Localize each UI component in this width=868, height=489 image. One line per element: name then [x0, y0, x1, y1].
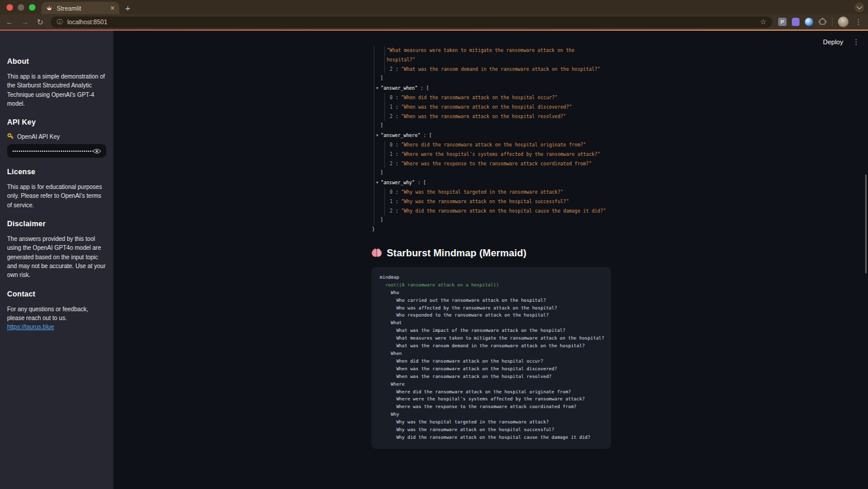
- profile-avatar[interactable]: [838, 17, 849, 27]
- json-string: "Why was the hospital targeted in the ra…: [401, 190, 563, 195]
- close-window-button[interactable]: [6, 4, 13, 11]
- sidebar-section-contact: Contact For any questions or feedback, p…: [7, 290, 106, 332]
- json-string: "What measures were taken to mitigate th…: [387, 48, 575, 53]
- zoom-window-button[interactable]: [29, 4, 35, 11]
- json-object-body: "What measures were taken to mitigate th…: [374, 46, 611, 225]
- json-string: "Why was the ransomware attack on the ho…: [401, 199, 569, 204]
- code-line: Why was the hospital targeted in the ran…: [380, 419, 603, 426]
- code-line: When did the ransomware attack on the ho…: [380, 358, 603, 366]
- json-colon: :: [393, 199, 401, 204]
- json-colon: :: [393, 114, 401, 119]
- extension-blue-icon[interactable]: [805, 18, 813, 26]
- browser-menu-icon[interactable]: ⋮: [854, 18, 863, 26]
- json-open-bracket: : [: [420, 133, 432, 138]
- api-key-label-row: OpenAI API Key: [7, 133, 106, 140]
- scrollbar-thumb[interactable]: [865, 174, 867, 273]
- about-heading: About: [7, 57, 106, 66]
- json-string: "Where were the hospital's systems affec…: [401, 152, 600, 157]
- extension-purple-icon[interactable]: [792, 18, 800, 26]
- extensions-puzzle-icon[interactable]: [818, 18, 827, 26]
- bracket: ]: [380, 170, 383, 175]
- code-line: Where were the hospital's systems affect…: [380, 396, 603, 403]
- code-line: What measures were taken to mitigate the…: [380, 335, 603, 343]
- disclaimer-text: The answers provided by this tool using …: [7, 234, 106, 279]
- collapse-arrow-icon[interactable]: ▼: [376, 133, 378, 137]
- url-text[interactable]: localhost:8501: [67, 18, 755, 25]
- about-text: This app is a simple demonstration of th…: [7, 72, 106, 108]
- bracket: ]: [380, 76, 383, 81]
- show-password-eye-icon[interactable]: [93, 148, 101, 155]
- json-line: "What measures were taken to mitigate th…: [387, 46, 611, 56]
- contact-text: For any questions or feedback, please re…: [7, 305, 106, 332]
- deploy-button[interactable]: Deploy: [823, 38, 843, 45]
- tab-search-button[interactable]: [854, 2, 864, 12]
- json-line: 1 : "When was the ransomware attack on t…: [390, 103, 611, 112]
- back-button[interactable]: ←: [5, 18, 14, 27]
- json-key: "answer_when": [381, 86, 418, 91]
- bracket: ]: [380, 217, 383, 223]
- extension-p-icon[interactable]: P: [778, 18, 787, 26]
- new-tab-button[interactable]: +: [125, 3, 130, 14]
- json-open-bracket: : [: [415, 180, 426, 185]
- json-string: "When did the ransomware attack on the h…: [401, 95, 557, 100]
- json-line: 2 : "When was the ransomware attack on t…: [390, 112, 611, 122]
- json-close-bracket: ]: [374, 216, 611, 225]
- json-colon: :: [393, 190, 401, 195]
- json-group: ▼"answer_where" : [ 0 : "Where did the r…: [374, 131, 611, 178]
- json-colon: :: [393, 67, 401, 72]
- json-viewer: "What measures were taken to mitigate th…: [371, 46, 611, 234]
- tab-close-icon[interactable]: ×: [110, 4, 115, 12]
- bracket: ]: [380, 123, 383, 128]
- contact-link[interactable]: https://taurus.blue: [7, 324, 54, 330]
- code-line: Why: [380, 411, 603, 419]
- code-line: Who: [380, 289, 603, 297]
- json-string: "What was the ransom demand in the ranso…: [401, 67, 600, 72]
- site-info-icon[interactable]: ⓘ: [57, 18, 63, 26]
- json-line: 0 : "When did the ransomware attack on t…: [390, 93, 611, 103]
- api-key-masked-value[interactable]: ••••••••••••••••••••••••••••••••••••••••…: [12, 149, 93, 153]
- browser-tab-streamlit[interactable]: Streamlit ×: [41, 2, 119, 14]
- code-line: Who responded to the ransomware attack o…: [380, 312, 603, 320]
- code-line: Why was the ransomware attack on the hos…: [380, 426, 603, 434]
- api-key-heading: API Key: [7, 118, 106, 126]
- json-string: "When was the ransomware attack on the h…: [401, 114, 566, 119]
- browser-toolbar: ← → ↻ ⓘ localhost:8501 ☆ P ⋮: [0, 14, 868, 30]
- sidebar-section-api-key: API Key OpenAI API Key •••••••••••••••••…: [7, 118, 106, 158]
- browser-tabstrip: Streamlit × +: [0, 0, 868, 14]
- mermaid-code-block[interactable]: mindmap root((A ransomware attack on a h…: [371, 267, 611, 449]
- json-open-bracket: : [: [417, 86, 429, 91]
- json-line: 0 : "Why was the hospital targeted in th…: [390, 188, 611, 197]
- reload-button[interactable]: ↻: [35, 18, 45, 27]
- json-colon: :: [393, 142, 401, 148]
- address-bar[interactable]: ⓘ localhost:8501 ☆: [51, 17, 772, 28]
- forward-button[interactable]: →: [20, 18, 30, 27]
- json-key: "answer_where": [381, 133, 420, 138]
- license-text: This app is for educational purposes onl…: [7, 182, 106, 210]
- mindmap-heading: Starburst Mindmap (Mermaid): [371, 247, 611, 259]
- app-header: Deploy ⋮: [823, 38, 860, 46]
- window-controls: [0, 4, 41, 14]
- mindmap-heading-text: Starburst Mindmap (Mermaid): [387, 247, 526, 259]
- code-line: Why did the ransomware attack on the hos…: [380, 434, 603, 442]
- code-line: Where: [380, 381, 603, 389]
- minimize-window-button[interactable]: [18, 4, 24, 11]
- code-line: What was the impact of the ransomware at…: [380, 327, 603, 335]
- collapse-arrow-icon[interactable]: ▼: [376, 180, 378, 184]
- json-string: "Why did the ransomware attack on the ho…: [401, 208, 606, 214]
- sidebar-section-disclaimer: Disclaimer The answers provided by this …: [7, 220, 106, 279]
- sidebar-section-about: About This app is a simple demonstration…: [7, 57, 106, 108]
- json-close-bracket: ]: [374, 168, 611, 178]
- json-line: 1 : "Why was the ransomware attack on th…: [390, 197, 611, 207]
- json-line: 2 : "What was the ransom demand in the r…: [390, 65, 611, 74]
- collapse-arrow-icon[interactable]: ▼: [376, 86, 378, 90]
- code-line: What: [380, 320, 603, 327]
- bookmark-star-icon[interactable]: ☆: [760, 18, 766, 26]
- code-line: When was the ransomware attack on the ho…: [380, 366, 603, 373]
- json-line: hospital?": [387, 56, 611, 65]
- app-menu-icon[interactable]: ⋮: [853, 38, 860, 46]
- json-key: "answer_why": [381, 180, 415, 185]
- license-heading: License: [7, 168, 106, 176]
- key-icon: [7, 133, 14, 140]
- screen: Streamlit × + ← → ↻ ⓘ localhost:8501 ☆ P…: [0, 0, 868, 489]
- api-key-input[interactable]: ••••••••••••••••••••••••••••••••••••••••…: [7, 144, 106, 158]
